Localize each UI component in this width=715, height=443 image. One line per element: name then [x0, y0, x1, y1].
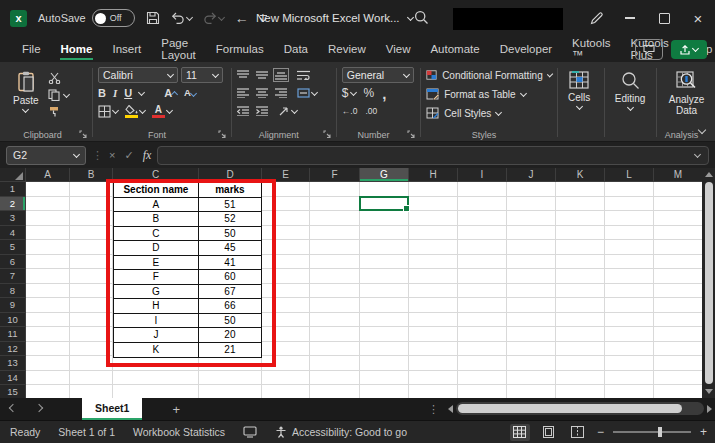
cell-L14[interactable] — [605, 371, 654, 386]
row-header-13[interactable]: 13 — [0, 356, 26, 371]
copy-button[interactable] — [48, 88, 69, 102]
cell-K9[interactable] — [556, 298, 605, 313]
cell-I2[interactable] — [458, 197, 507, 212]
row-header-11[interactable]: 11 — [0, 327, 26, 342]
cell-G3[interactable] — [360, 211, 409, 226]
cell-G10[interactable] — [360, 313, 409, 328]
column-header-h[interactable]: H — [409, 168, 458, 182]
ribbon-tab-formulas[interactable]: Formulas — [206, 36, 274, 62]
cell-M6[interactable] — [654, 255, 703, 270]
column-header-j[interactable]: J — [507, 168, 556, 182]
cell-I5[interactable] — [458, 240, 507, 255]
cell-M4[interactable] — [654, 226, 703, 241]
increase-font-size-button[interactable]: A — [164, 88, 177, 98]
cell-F5[interactable] — [310, 240, 360, 255]
cell-D14[interactable] — [199, 371, 262, 386]
cell-F13[interactable] — [310, 356, 360, 371]
cell-F4[interactable] — [310, 226, 360, 241]
cell-A2[interactable] — [26, 197, 70, 212]
page-break-view-button[interactable] — [568, 424, 588, 441]
cell-H12[interactable] — [409, 342, 458, 357]
ribbon-tab-view[interactable]: View — [376, 36, 421, 62]
cell-I4[interactable] — [458, 226, 507, 241]
cell-K5[interactable] — [556, 240, 605, 255]
column-header-k[interactable]: K — [556, 168, 605, 182]
cell-A9[interactable] — [26, 298, 70, 313]
cell-J15[interactable] — [507, 385, 556, 398]
cell-F2[interactable] — [310, 197, 360, 212]
cell-G15[interactable] — [360, 385, 409, 398]
cell-G4[interactable] — [360, 226, 409, 241]
editing-mode-pen-icon[interactable] — [579, 0, 613, 36]
cell-G12[interactable] — [360, 342, 409, 357]
cell-K1[interactable] — [556, 182, 605, 197]
column-header-l[interactable]: L — [605, 168, 654, 182]
cell-M11[interactable] — [654, 327, 703, 342]
cell-L13[interactable] — [605, 356, 654, 371]
formula-input[interactable] — [157, 146, 709, 165]
zoom-in-button[interactable]: + — [700, 425, 707, 439]
paste-button[interactable]: Paste — [8, 67, 44, 127]
underline-dropdown-icon[interactable] — [138, 88, 145, 95]
autosave-toggle[interactable]: AutoSave Off — [38, 9, 135, 27]
cell-F10[interactable] — [310, 313, 360, 328]
vertical-scrollbar[interactable] — [702, 168, 715, 398]
align-left-button[interactable] — [237, 88, 249, 98]
horizontal-scroll-thumb[interactable] — [458, 404, 682, 413]
zoom-slider-thumb[interactable] — [658, 427, 662, 437]
back-arrow-button[interactable]: ← — [235, 10, 249, 26]
cell-D15[interactable] — [199, 385, 262, 398]
cell-A12[interactable] — [26, 342, 70, 357]
row-header-3[interactable]: 3 — [0, 211, 26, 226]
ribbon-tab-automate[interactable]: Automate — [420, 36, 489, 62]
workbook-statistics[interactable]: Workbook Statistics — [133, 426, 225, 438]
cell-C15[interactable] — [113, 385, 199, 398]
title-dropdown-icon[interactable] — [407, 13, 414, 20]
cell-I12[interactable] — [458, 342, 507, 357]
cell-L10[interactable] — [605, 313, 654, 328]
format-as-table-button[interactable]: Format as Table — [426, 86, 552, 102]
alignment-dialog-launcher[interactable] — [323, 130, 332, 139]
row-header-1[interactable]: 1 — [0, 182, 26, 197]
row-header-2[interactable]: 2 — [0, 197, 26, 212]
editing-button[interactable]: Editing — [610, 67, 651, 127]
minimize-button[interactable] — [613, 0, 647, 36]
row-header-14[interactable]: 14 — [0, 371, 26, 386]
cell-H6[interactable] — [409, 255, 458, 270]
font-size-select[interactable]: 11 — [181, 67, 223, 83]
underline-button[interactable]: U — [124, 88, 132, 98]
scroll-right-icon[interactable] — [707, 405, 712, 413]
cell-M2[interactable] — [654, 197, 703, 212]
normal-view-button[interactable] — [510, 424, 530, 441]
conditional-formatting-button[interactable]: Conditional Formatting — [426, 67, 552, 83]
cell-L9[interactable] — [605, 298, 654, 313]
row-header-4[interactable]: 4 — [0, 226, 26, 241]
column-header-f[interactable]: F — [310, 168, 360, 182]
cell-I7[interactable] — [458, 269, 507, 284]
row-header-6[interactable]: 6 — [0, 255, 26, 270]
cell-K2[interactable] — [556, 197, 605, 212]
cell-M14[interactable] — [654, 371, 703, 386]
clipboard-dialog-launcher[interactable] — [79, 130, 88, 139]
cell-M5[interactable] — [654, 240, 703, 255]
cell-J2[interactable] — [507, 197, 556, 212]
cell-A10[interactable] — [26, 313, 70, 328]
row-header-15[interactable]: 15 — [0, 385, 26, 398]
cell-I6[interactable] — [458, 255, 507, 270]
cell-L2[interactable] — [605, 197, 654, 212]
ribbon-tab-insert[interactable]: Insert — [102, 36, 151, 62]
cell-H9[interactable] — [409, 298, 458, 313]
cell-M7[interactable] — [654, 269, 703, 284]
cell-L1[interactable] — [605, 182, 654, 197]
cell-I9[interactable] — [458, 298, 507, 313]
close-button[interactable]: × — [681, 0, 715, 36]
cell-F6[interactable] — [310, 255, 360, 270]
cell-M1[interactable] — [654, 182, 703, 197]
cell-K15[interactable] — [556, 385, 605, 398]
sheet-count[interactable]: Sheet 1 of 1 — [58, 426, 115, 438]
cell-A7[interactable] — [26, 269, 70, 284]
display-settings-icon[interactable] — [243, 426, 257, 438]
cell-M13[interactable] — [654, 356, 703, 371]
cell-A6[interactable] — [26, 255, 70, 270]
cell-A15[interactable] — [26, 385, 70, 398]
